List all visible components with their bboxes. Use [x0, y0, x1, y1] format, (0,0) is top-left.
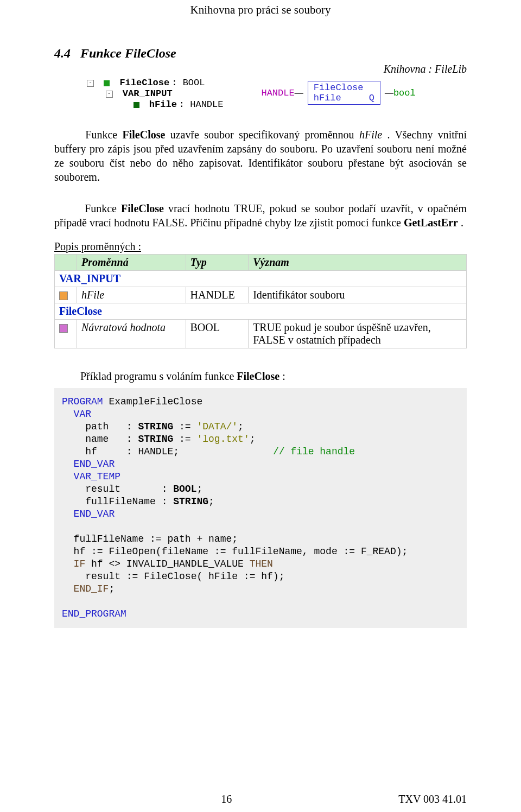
cell-var: Návratová hodnota: [77, 320, 186, 348]
tree-collapse-icon: -: [87, 80, 94, 87]
code: :=: [173, 434, 196, 445]
code: :=: [173, 421, 196, 432]
tree-hfile: hFile: [149, 99, 177, 110]
kw: VAR: [62, 409, 91, 420]
code: ;: [238, 421, 244, 432]
code: ;: [250, 434, 256, 445]
example-label: Příklad programu s voláním funkce FileCl…: [80, 370, 467, 383]
section-var-input: VAR_INPUT: [55, 271, 467, 287]
block-port-in: HANDLE: [261, 88, 294, 98]
function-block-diagram: HANDLE — FileClose hFile Q — bool: [261, 81, 415, 105]
code: ;: [208, 496, 214, 507]
kw: VAR_TEMP: [62, 471, 120, 482]
table-title: Popis proměnných :: [54, 240, 467, 253]
text: Příklad programu s voláním funkce: [80, 370, 237, 382]
block-name: FileClose: [314, 83, 374, 93]
block-port-out: bool: [393, 88, 416, 98]
tree-fn-type: : BOOL: [171, 78, 205, 88]
tree-varinput: VAR_INPUT: [123, 88, 173, 99]
code: fullFileName :: [62, 496, 173, 507]
page-number: 16: [221, 793, 232, 805]
block-box: FileClose hFile Q: [308, 81, 380, 105]
text: Funkce: [85, 129, 122, 141]
str: 'log.txt': [196, 434, 249, 445]
code: ;: [196, 484, 202, 494]
diagram-row: - FileClose : BOOL - VAR_INPUT hFile: [87, 78, 467, 110]
return-var-icon: [59, 324, 68, 333]
comment: // file handle: [273, 446, 355, 457]
text-italic: hFile: [359, 129, 382, 141]
kw: END_PROGRAM: [62, 608, 126, 619]
code: hf := FileOpen(fileName := fullFileName,…: [62, 546, 408, 557]
cell-type: BOOL: [186, 320, 249, 348]
text: FALSE v ostatních případech: [253, 334, 381, 346]
code: ExampleFileClose: [103, 396, 203, 407]
text: :: [282, 370, 285, 382]
library-line: Knihovna : FileLib: [54, 63, 467, 75]
kw: THEN: [250, 559, 273, 569]
code: ;: [109, 583, 115, 594]
kw: STRING: [173, 496, 208, 507]
tree-fn-name: FileClose: [119, 78, 169, 88]
paragraph-2: Funkce FileClose vrací hodnotu TRUE, pok…: [54, 201, 467, 230]
code-block: PROGRAM ExampleFileClose VAR path : STRI…: [54, 388, 467, 628]
library-name: FileLib: [435, 63, 467, 75]
library-label: Knihovna :: [384, 63, 432, 75]
text: Funkce: [85, 202, 121, 214]
cell-var: hFile: [77, 287, 186, 303]
code: path :: [62, 421, 138, 432]
kw: STRING: [138, 421, 173, 432]
code: hf <> INVALID_HANDLE_VALUE: [85, 559, 249, 569]
input-var-icon: [59, 291, 68, 300]
kw: END_IF: [62, 583, 109, 594]
text-bold: FileClose: [121, 202, 164, 214]
code: hf : HANDLE;: [62, 446, 273, 457]
tree-collapse-icon: -: [106, 91, 113, 98]
kw: END_VAR: [62, 459, 115, 470]
paragraph-1: Funkce FileClose uzavře soubor specifiko…: [54, 128, 467, 184]
block-q: Q: [369, 93, 374, 103]
doc-id: TXV 003 41.01: [398, 793, 467, 805]
text-bold: GetLastErr: [404, 217, 458, 229]
col-promenna: Proměnná: [77, 255, 186, 271]
code: fullFileName := path + name;: [62, 534, 238, 544]
page-footer: 16 TXV 003 41.01: [54, 793, 467, 805]
cell-meaning: Identifikátor souboru: [249, 287, 467, 303]
kw: STRING: [138, 434, 173, 445]
text-bold: FileClose: [123, 129, 166, 141]
section-heading: 4.4 Funkce FileClose: [54, 46, 467, 61]
section-number: 4.4: [54, 46, 71, 60]
kw: IF: [62, 559, 85, 569]
kw: END_VAR: [62, 509, 115, 519]
block-hfile: hFile: [314, 93, 341, 103]
text-bold: FileClose: [237, 370, 279, 382]
text: .: [461, 217, 463, 229]
code: name :: [62, 434, 138, 445]
kw: BOOL: [173, 484, 196, 494]
cell-meaning: TRUE pokud je soubor úspěšně uzavřen, FA…: [249, 320, 467, 348]
running-header: Knihovna pro práci se soubory: [54, 0, 467, 18]
text: uzavře soubor specifikovaný proměnnou: [170, 129, 359, 141]
kw: PROGRAM: [62, 396, 103, 407]
code: result := FileClose( hFile := hf);: [62, 571, 284, 582]
col-vyznam: Význam: [249, 255, 467, 271]
variables-table: Proměnná Typ Význam VAR_INPUT hFile HAND…: [54, 254, 467, 348]
section-title: Funkce FileClose: [80, 46, 176, 60]
section-fileclose: FileClose: [55, 303, 467, 320]
cell-type: HANDLE: [186, 287, 249, 303]
code: result :: [62, 484, 173, 494]
var-icon: [134, 102, 139, 108]
declaration-tree: - FileClose : BOOL - VAR_INPUT hFile: [87, 78, 223, 110]
text: TRUE pokud je soubor úspěšně uzavřen,: [253, 321, 431, 333]
function-icon: [104, 80, 110, 86]
tree-hfile-type: : HANDLE: [179, 99, 224, 110]
col-typ: Typ: [186, 255, 249, 271]
str: 'DATA/': [196, 421, 238, 432]
